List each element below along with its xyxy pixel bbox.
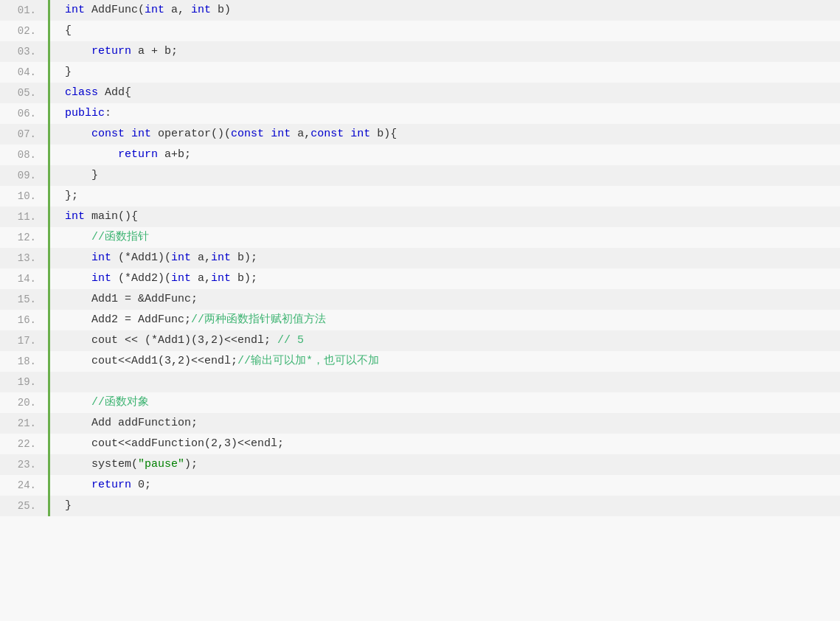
- line-number: 14.: [0, 268, 50, 289]
- token-comment: //函数对象: [91, 396, 149, 409]
- token-normal: );: [184, 458, 198, 471]
- line-number: 24.: [0, 475, 50, 496]
- token-kw: int: [191, 4, 211, 16]
- token-normal: {: [65, 24, 72, 37]
- code-line: 01.int AddFunc(int a, int b): [0, 0, 840, 21]
- line-number: 19.: [0, 372, 50, 392]
- token-normal: [65, 396, 91, 409]
- code-line: 19.: [0, 372, 840, 392]
- line-number: 05.: [0, 83, 50, 103]
- code-line: 24. return 0;: [0, 475, 840, 496]
- line-number: 04.: [0, 62, 50, 83]
- line-number: 16.: [0, 310, 50, 330]
- token-normal: };: [65, 190, 78, 202]
- token-kw: class: [65, 86, 98, 99]
- line-content: };: [50, 186, 840, 207]
- token-normal: [65, 272, 91, 285]
- line-content: }: [50, 496, 840, 516]
- token-kw: return: [91, 479, 131, 491]
- code-editor: 01.int AddFunc(int a, int b)02.{03. retu…: [0, 0, 840, 621]
- code-line: 02.{: [0, 21, 840, 41]
- code-line: 16. Add2 = AddFunc;//两种函数指针赋初值方法: [0, 310, 840, 330]
- line-content: //函数指针: [50, 227, 840, 248]
- line-number: 06.: [0, 103, 50, 124]
- line-content: const int operator()(const int a,const i…: [50, 124, 840, 145]
- code-line: 13. int (*Add1)(int a,int b);: [0, 248, 840, 268]
- token-normal: cout<<addFunction(2,3)<<endl;: [65, 437, 284, 450]
- line-number: 10.: [0, 186, 50, 207]
- line-content: int main(){: [50, 207, 840, 227]
- token-kw: const: [91, 128, 125, 140]
- token-normal: a+b;: [158, 148, 191, 161]
- token-normal: operator()(: [151, 128, 231, 140]
- token-normal: (*Add1)(: [111, 251, 171, 264]
- code-line: 23. system("pause");: [0, 454, 840, 475]
- token-normal: b){: [370, 128, 397, 140]
- line-content: //函数对象: [50, 392, 840, 413]
- line-content: int AddFunc(int a, int b): [50, 0, 840, 21]
- token-kw: const: [310, 128, 344, 140]
- code-line: 15. Add1 = &AddFunc;: [0, 289, 840, 310]
- line-content: public:: [50, 103, 840, 124]
- token-normal: Add addFunction;: [65, 417, 198, 429]
- token-kw: int: [171, 251, 191, 264]
- token-normal: a,: [164, 4, 191, 16]
- token-kw: return: [118, 148, 158, 161]
- line-content: cout<<Add1(3,2)<<endl;//输出可以加*，也可以不加: [50, 351, 840, 372]
- line-number: 02.: [0, 21, 50, 41]
- token-normal: AddFunc(: [85, 4, 145, 16]
- line-number: 11.: [0, 207, 50, 227]
- line-content: Add addFunction;: [50, 413, 840, 434]
- token-normal: (*Add2)(: [111, 272, 171, 285]
- token-comment: //输出可以加*，也可以不加: [237, 355, 379, 367]
- line-content: cout << (*Add1)(3,2)<<endl; // 5: [50, 330, 840, 351]
- code-line: 04.}: [0, 62, 840, 83]
- token-normal: b);: [231, 272, 257, 285]
- line-number: 15.: [0, 289, 50, 310]
- token-normal: cout << (*Add1)(3,2)<<endl;: [65, 334, 277, 347]
- line-content: }: [50, 165, 840, 186]
- line-number: 21.: [0, 413, 50, 434]
- token-comment: //两种函数指针赋初值方法: [191, 313, 326, 326]
- line-content: return a + b;: [50, 41, 840, 62]
- token-normal: [125, 128, 131, 140]
- token-kw: int: [211, 251, 231, 264]
- token-normal: [65, 251, 91, 264]
- code-line: 21. Add addFunction;: [0, 413, 840, 434]
- line-content: return a+b;: [50, 145, 840, 165]
- token-normal: [65, 479, 91, 491]
- token-normal: Add1 = &AddFunc;: [65, 293, 198, 305]
- code-line: 20. //函数对象: [0, 392, 840, 413]
- token-kw: int: [211, 272, 231, 285]
- line-content: }: [50, 62, 840, 83]
- token-kw: public: [65, 107, 105, 119]
- line-number: 03.: [0, 41, 50, 62]
- line-content: cout<<addFunction(2,3)<<endl;: [50, 434, 840, 454]
- code-line: 03. return a + b;: [0, 41, 840, 62]
- token-kw: int: [131, 128, 151, 140]
- token-kw: int: [145, 4, 164, 16]
- token-normal: }: [65, 499, 72, 512]
- token-normal: Add2 = AddFunc;: [65, 313, 191, 326]
- line-number: 17.: [0, 330, 50, 351]
- code-line: 07. const int operator()(const int a,con…: [0, 124, 840, 145]
- line-content: Add2 = AddFunc;//两种函数指针赋初值方法: [50, 310, 840, 330]
- line-number: 20.: [0, 392, 50, 413]
- token-normal: a,: [191, 251, 211, 264]
- token-comment: // 5: [277, 334, 304, 347]
- code-line: 17. cout << (*Add1)(3,2)<<endl; // 5: [0, 330, 840, 351]
- token-normal: [65, 231, 91, 243]
- token-normal: [65, 128, 91, 140]
- token-normal: main(){: [85, 210, 138, 223]
- token-kw: int: [350, 128, 370, 140]
- line-content: system("pause");: [50, 454, 840, 475]
- token-normal: a,: [191, 272, 211, 285]
- token-normal: b): [211, 4, 231, 16]
- token-normal: cout<<Add1(3,2)<<endl;: [65, 355, 237, 367]
- code-line: 12. //函数指针: [0, 227, 840, 248]
- line-content: Add1 = &AddFunc;: [50, 289, 840, 310]
- token-normal: [344, 128, 350, 140]
- line-number: 09.: [0, 165, 50, 186]
- token-normal: [65, 148, 118, 161]
- token-kw: const: [231, 128, 264, 140]
